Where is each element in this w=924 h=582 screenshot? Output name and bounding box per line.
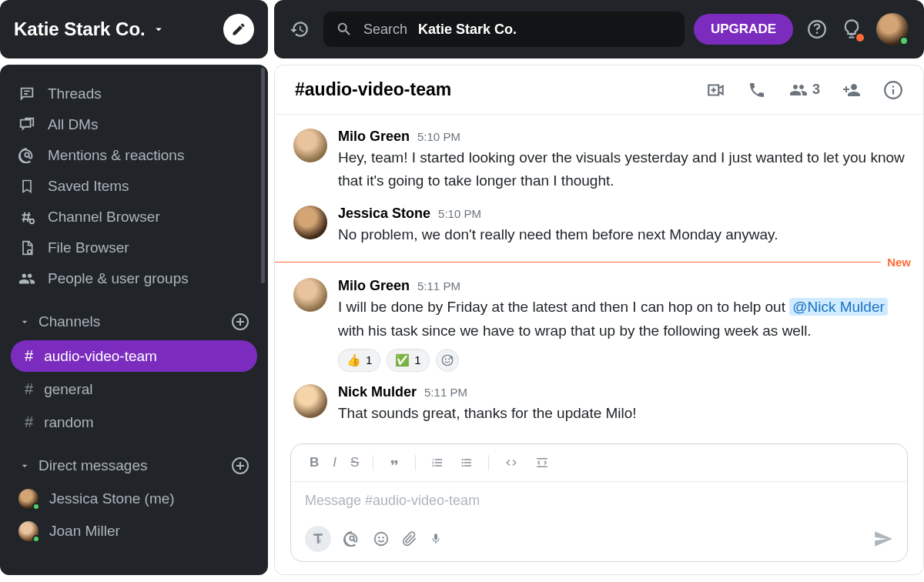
nav-saved[interactable]: Saved Items <box>6 171 262 202</box>
code-icon <box>503 457 520 469</box>
workspace-name: Katie Stark Co. <box>14 18 146 40</box>
mention-button[interactable] <box>343 530 360 547</box>
nav-threads[interactable]: Threads <box>6 79 262 109</box>
code-button[interactable] <box>498 453 524 472</box>
chevron-down-icon <box>18 316 31 328</box>
code-block-button[interactable] <box>529 453 555 473</box>
avatar[interactable] <box>293 384 327 418</box>
message-author[interactable]: Jessica Stone <box>338 206 430 222</box>
scrollbar[interactable] <box>261 68 265 283</box>
whats-new-button[interactable] <box>841 18 862 40</box>
channel-name: general <box>44 381 92 398</box>
avatar[interactable] <box>293 129 327 162</box>
channel-random[interactable]: # random <box>11 406 257 438</box>
message-author[interactable]: Milo Green <box>338 278 410 294</box>
mention[interactable]: @Nick Mulder <box>789 298 888 316</box>
history-button[interactable] <box>290 19 310 39</box>
nav-mentions[interactable]: Mentions & reactions <box>6 140 262 171</box>
avatar[interactable] <box>293 206 327 239</box>
add-people-button[interactable] <box>842 81 862 99</box>
hash-icon: # <box>25 380 33 398</box>
at-icon <box>343 530 360 547</box>
nav-channel-browser[interactable]: Channel Browser <box>6 202 262 232</box>
member-count: 3 <box>812 82 820 98</box>
message: Jessica Stone 5:10 PM No problem, we don… <box>275 199 923 253</box>
paperclip-icon <box>402 530 417 547</box>
nav-file-browser[interactable]: File Browser <box>6 232 262 263</box>
add-reaction-button[interactable] <box>436 349 459 372</box>
video-plus-icon <box>706 80 726 100</box>
svg-point-10 <box>378 537 380 538</box>
bold-button[interactable]: B <box>305 452 323 473</box>
send-button[interactable] <box>873 529 893 549</box>
avatar <box>18 521 38 541</box>
status-indicator <box>32 535 40 543</box>
search-icon <box>336 21 353 38</box>
unordered-list-button[interactable] <box>454 453 479 472</box>
nav-label: People & user groups <box>48 270 189 287</box>
svg-point-11 <box>383 537 384 538</box>
compose-button[interactable] <box>223 14 254 45</box>
composer-actions: T <box>291 520 907 561</box>
message-time: 5:11 PM <box>417 279 460 293</box>
text-format-icon: T <box>310 531 326 547</box>
add-channel-icon[interactable] <box>231 313 249 331</box>
emoji-icon <box>373 530 390 547</box>
message-time: 5:10 PM <box>417 130 460 143</box>
channel-general[interactable]: # general <box>11 373 257 405</box>
search-bar[interactable]: Search Katie Stark Co. <box>323 12 685 47</box>
dm-jessica-stone[interactable]: Jessica Stone (me) <box>6 483 262 515</box>
channel-audio-video-team[interactable]: # audio-video-team <box>11 340 257 372</box>
reaction-check[interactable]: ✅ 1 <box>387 349 429 372</box>
help-button[interactable] <box>807 19 827 39</box>
blockquote-button[interactable] <box>383 454 406 471</box>
pencil-icon <box>231 22 246 37</box>
phone-call-button[interactable] <box>748 81 766 99</box>
ordered-list-button[interactable] <box>425 453 450 472</box>
message: Milo Green 5:10 PM Hey, team! I started … <box>275 122 923 199</box>
info-icon <box>883 80 903 100</box>
search-prefix: Search <box>363 22 407 38</box>
audio-record-button[interactable] <box>430 530 442 547</box>
message-author[interactable]: Milo Green <box>338 129 410 145</box>
reaction-count: 1 <box>414 353 420 366</box>
message-input[interactable]: Message #audio-video-team <box>291 482 907 520</box>
reaction-thumbs-up[interactable]: 👍 1 <box>338 349 380 372</box>
user-avatar[interactable] <box>876 13 909 45</box>
new-label: New <box>881 256 923 269</box>
hash-icon: # <box>25 347 33 365</box>
format-toggle-button[interactable]: T <box>305 526 331 552</box>
avatar[interactable] <box>293 278 327 312</box>
channel-info-button[interactable] <box>883 80 903 100</box>
new-messages-divider: New <box>275 256 923 269</box>
avatar <box>18 489 38 509</box>
channel-browser-icon <box>18 209 35 226</box>
message-composer: B I S Message #audio-video-team T <box>290 443 908 562</box>
channel-title[interactable]: #audio-video-team <box>295 79 685 100</box>
dm-joan-miller[interactable]: Joan Miller <box>6 515 262 547</box>
bookmark-icon <box>18 178 35 195</box>
members-button[interactable]: 3 <box>788 81 820 99</box>
nav-label: Saved Items <box>48 178 129 195</box>
nav-people[interactable]: People & user groups <box>6 263 262 294</box>
workspace-switcher[interactable]: Katie Stark Co. <box>14 18 214 40</box>
nav-label: Threads <box>48 85 102 102</box>
file-browser-icon <box>18 239 35 256</box>
message-author[interactable]: Nick Mulder <box>338 384 417 400</box>
dms-section-header[interactable]: Direct messages <box>6 449 262 483</box>
threads-icon <box>18 85 35 102</box>
emoji-plus-icon <box>440 353 454 367</box>
nav-all-dms[interactable]: All DMs <box>6 109 262 140</box>
microphone-icon <box>430 530 442 547</box>
chevron-down-icon <box>18 460 31 472</box>
channel-name: random <box>44 414 93 431</box>
strikethrough-button[interactable]: S <box>346 452 363 473</box>
at-icon <box>18 147 35 164</box>
channels-section-header[interactable]: Channels <box>6 305 262 339</box>
attach-button[interactable] <box>402 530 417 547</box>
add-dm-icon[interactable] <box>231 457 249 475</box>
upgrade-button[interactable]: UPGRADE <box>694 14 793 45</box>
video-call-button[interactable] <box>706 80 726 100</box>
italic-button[interactable]: I <box>328 452 341 473</box>
emoji-button[interactable] <box>373 530 390 547</box>
